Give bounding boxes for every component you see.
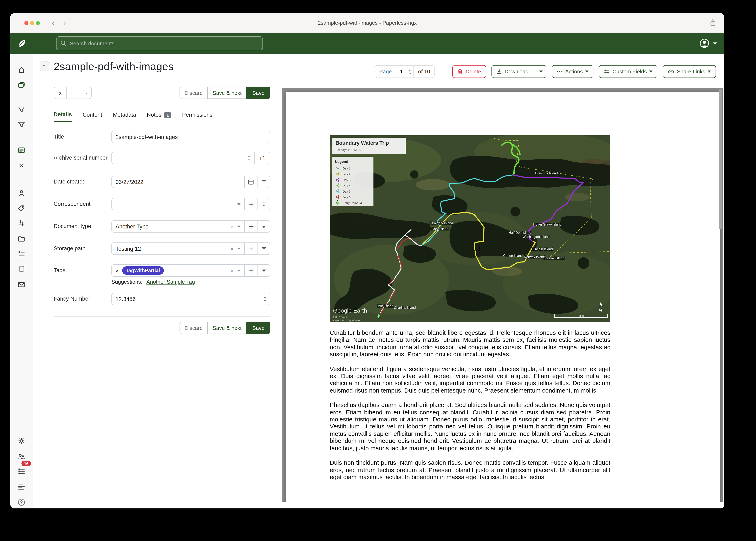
fancy-number-input[interactable] <box>111 293 270 305</box>
sidebar-item-open-document[interactable] <box>17 146 26 154</box>
paragraph: Curabitur bibendum ante urna, sed blandi… <box>330 329 610 358</box>
sidebar-item-saved-view-filter-1[interactable] <box>17 105 26 113</box>
delete-button[interactable]: Delete <box>452 65 486 78</box>
tab-permissions[interactable]: Permissions <box>182 111 213 122</box>
paragraph: Phasellus dapibus quam a hendrerit place… <box>330 402 610 452</box>
legend-entry: Entry Point 24 <box>343 201 362 205</box>
sidebar-item-users-groups[interactable] <box>17 452 26 461</box>
download-button-label: Download <box>505 68 529 75</box>
chevron-down-icon <box>237 270 241 271</box>
sidebar-item-settings[interactable] <box>17 437 26 445</box>
tab-details[interactable]: Details <box>54 111 72 122</box>
save-button[interactable]: Save <box>247 87 270 99</box>
save-actions-top: Discard Save & next Save <box>180 87 270 99</box>
clear-icon[interactable]: × <box>230 268 234 273</box>
island-label: New York Island <box>429 222 453 225</box>
title-input[interactable] <box>111 131 270 143</box>
remove-tag-icon[interactable]: × <box>116 268 119 273</box>
save-button[interactable]: Save <box>247 321 270 334</box>
asn-spinner[interactable] <box>247 155 251 163</box>
tab-content[interactable]: Content <box>83 111 102 122</box>
compass-n-label: N <box>599 307 602 313</box>
discard-button[interactable]: Discard <box>180 321 208 334</box>
add-storage-path-button[interactable] <box>245 243 258 255</box>
sidebar-expand-button[interactable]: » <box>40 61 49 71</box>
share-icon[interactable] <box>710 19 716 28</box>
page-spinner[interactable] <box>409 68 412 76</box>
tag-suggestions: Suggestions: Another Sample Tag <box>111 279 195 285</box>
sidebar-item-mail[interactable] <box>17 280 26 288</box>
next-document-button[interactable]: → <box>79 87 91 99</box>
close-edit-button[interactable]: x <box>54 87 66 99</box>
suggestions-label: Suggestions: <box>111 279 142 285</box>
screenshot-stage: ‹ › 2sample-pdf-with-images - Paperless-… <box>0 0 756 541</box>
legend-title: Legend <box>335 160 348 164</box>
share-links-button-label: Share Links <box>677 68 705 75</box>
sidebar-item-help[interactable] <box>17 498 26 506</box>
document-toolbar: Page of 10 Delete Dow <box>375 65 716 78</box>
clear-icon[interactable]: × <box>230 223 234 230</box>
sidebar-item-correspondents[interactable] <box>17 189 26 197</box>
main-panel: » 2sample-pdf-with-images Page of 10 <box>33 54 724 508</box>
sidebar-item-documents[interactable] <box>17 81 26 89</box>
sidebar-item-close-document-icon[interactable] <box>17 162 26 170</box>
filter-by-correspondent-button[interactable] <box>258 198 270 210</box>
document-type-select[interactable]: Another Type × <box>111 220 245 233</box>
tab-metadata[interactable]: Metadata <box>113 111 136 122</box>
fancy-number-spinner[interactable] <box>263 296 267 304</box>
sidebar-item-document-types[interactable] <box>17 235 26 243</box>
island-label: Charlies Island <box>394 306 416 309</box>
filter-by-document-type-button[interactable] <box>258 220 270 233</box>
sidebar-item-tasks[interactable] <box>17 467 26 475</box>
correspondent-select[interactable] <box>111 198 245 210</box>
download-dropdown-toggle[interactable] <box>535 66 546 78</box>
tab-label: Content <box>83 112 102 118</box>
island-label: Washington Island <box>522 235 549 239</box>
add-tag-button[interactable] <box>245 264 258 277</box>
map-copyright-2: Image © 2017 DigitalGlobe <box>333 319 360 321</box>
save-next-button[interactable]: Save & next <box>208 87 247 99</box>
asn-input[interactable] <box>111 152 255 164</box>
custom-fields-icon <box>604 68 610 75</box>
actions-dropdown-button[interactable]: Actions <box>552 65 593 78</box>
suggestion-link[interactable]: Another Sample Tag <box>146 279 195 285</box>
share-links-dropdown-button[interactable]: Share Links <box>663 65 716 78</box>
chevron-down-icon <box>713 42 717 44</box>
clear-icon[interactable]: × <box>230 246 234 252</box>
date-created-input[interactable]: 03/27/2022 <box>111 176 245 188</box>
pdf-preview-pane[interactable]: Hausons Island New York Island Gary Isla… <box>282 88 723 502</box>
add-document-type-button[interactable] <box>245 220 258 233</box>
add-correspondent-button[interactable] <box>245 198 258 210</box>
sidebar-item-storage-paths[interactable] <box>17 250 26 258</box>
tag-chip[interactable]: TagWithPartial <box>122 267 164 274</box>
asn-plus-one-button[interactable]: +1 <box>255 152 270 164</box>
custom-fields-dropdown-button[interactable]: Custom Fields <box>599 65 658 78</box>
map-legend: Legend Day 1 Day 2 <box>332 157 373 206</box>
date-suggestions-button[interactable] <box>258 176 270 188</box>
sidebar-item-workflows[interactable] <box>17 265 26 273</box>
calendar-button[interactable] <box>245 176 258 188</box>
filter-by-storage-path-button[interactable] <box>258 243 270 255</box>
chevron-down-icon <box>237 248 241 250</box>
page-title: 2sample-pdf-with-images <box>54 60 174 73</box>
save-next-button[interactable]: Save & next <box>208 321 247 334</box>
search-input[interactable] <box>57 37 262 50</box>
sidebar-item-saved-view-filter-2[interactable] <box>17 120 26 129</box>
paperless-logo-icon[interactable] <box>17 38 27 50</box>
user-menu[interactable] <box>699 38 717 49</box>
tags-input[interactable]: × TagWithPartial × <box>111 264 245 277</box>
preview-scrollbar[interactable] <box>719 89 722 229</box>
sidebar-item-logs[interactable] <box>17 483 26 491</box>
filter-by-tag-button[interactable] <box>258 264 270 277</box>
trash-icon <box>457 68 463 75</box>
save-actions-bottom: Discard Save & next Save <box>180 321 270 334</box>
divider <box>54 316 270 317</box>
tab-notes[interactable]: Notes1 <box>147 111 171 122</box>
storage-path-select[interactable]: Testing 12 × <box>111 243 245 255</box>
sidebar-item-dashboard[interactable] <box>17 66 26 74</box>
sidebar-item-custom-fields[interactable] <box>17 219 26 227</box>
previous-document-button[interactable]: ← <box>66 87 79 99</box>
download-button[interactable]: Download <box>492 66 533 78</box>
sidebar-item-tags[interactable] <box>17 204 26 212</box>
discard-button[interactable]: Discard <box>180 87 208 99</box>
